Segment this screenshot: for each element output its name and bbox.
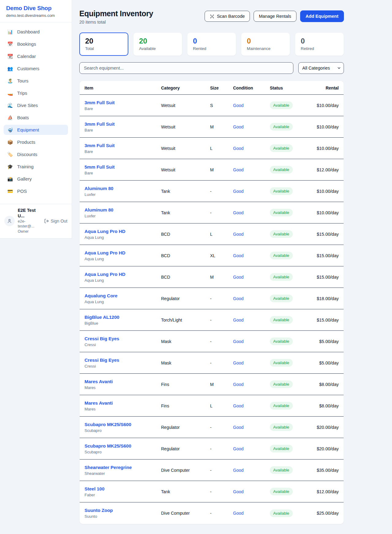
sidebar-item-dive-sites[interactable]: 🌊 Dive Sites	[4, 100, 68, 110]
status-badge: Available	[270, 359, 293, 367]
condition-link[interactable]: Good	[233, 511, 243, 516]
item-cell: 3mm Full Suit Bare	[85, 121, 161, 132]
stat-card-total[interactable]: 20 Total	[79, 32, 128, 56]
item-name-link[interactable]: 3mm Full Suit	[85, 143, 161, 148]
stat-card-retired[interactable]: 0 Retired	[295, 32, 344, 56]
nav-icon-pos: 💳	[7, 189, 13, 193]
item-name-link[interactable]: Cressi Big Eyes	[85, 336, 161, 341]
category-cell: Regulator	[161, 296, 210, 301]
sidebar-item-products[interactable]: 📦 Products	[4, 137, 68, 147]
page-header: Equipment Inventory 20 items total Scan …	[79, 9, 344, 25]
item-name-link[interactable]: Aqua Lung Pro HD	[85, 250, 161, 255]
category-select[interactable]: All Categories	[298, 62, 344, 74]
brand: Demo Dive Shop demo.test.divestreams.com	[0, 0, 72, 22]
item-name-link[interactable]: Cressi Big Eyes	[85, 357, 161, 363]
condition-link[interactable]: Good	[233, 468, 243, 473]
category-cell: Dive Computer	[161, 468, 210, 473]
item-cell: Aqua Lung Pro HD Aqua Lung	[85, 250, 161, 261]
sidebar-item-boats[interactable]: ⛵ Boats	[4, 113, 68, 123]
nav-label: Calendar	[17, 54, 36, 59]
item-cell: Shearwater Peregrine Shearwater	[85, 465, 161, 476]
condition-link[interactable]: Good	[233, 339, 243, 344]
sign-out-button[interactable]: Sign Out	[44, 219, 67, 223]
item-name-link[interactable]: Steel 100	[85, 486, 161, 491]
add-equipment-button[interactable]: Add Equipment	[300, 10, 344, 22]
condition-cell: Good	[233, 167, 270, 173]
condition-cell: Good	[233, 425, 270, 430]
item-name-link[interactable]: Aqua Lung Pro HD	[85, 272, 161, 277]
table-row: Steel 100 Faber Tank - Good Available $1…	[80, 481, 344, 502]
condition-link[interactable]: Good	[233, 103, 243, 108]
condition-link[interactable]: Good	[233, 253, 243, 258]
condition-link[interactable]: Good	[233, 146, 243, 151]
category-cell: Mask	[161, 339, 210, 344]
item-name-link[interactable]: 3mm Full Suit	[85, 121, 161, 127]
rental-cell: $10.00/day	[313, 146, 339, 151]
stat-value: 0	[247, 37, 284, 45]
condition-link[interactable]: Good	[233, 124, 243, 129]
condition-link[interactable]: Good	[233, 296, 243, 301]
nav-icon-training: 🎓	[7, 164, 13, 169]
person-icon	[7, 218, 12, 224]
rental-cell: $35.00/day	[313, 468, 339, 473]
table-row: 3mm Full Suit Bare Wetsuit L Good Availa…	[80, 138, 344, 159]
size-cell: S	[210, 103, 233, 108]
condition-cell: Good	[233, 317, 270, 323]
item-name-link[interactable]: 5mm Full Suit	[85, 164, 161, 170]
condition-link[interactable]: Good	[233, 318, 243, 322]
sidebar-item-gallery[interactable]: 📸 Gallery	[4, 174, 68, 184]
item-name-link[interactable]: Scubapro MK25/S600	[85, 443, 161, 448]
item-name-link[interactable]: Scubapro MK25/S600	[85, 422, 161, 427]
condition-link[interactable]: Good	[233, 382, 243, 387]
rental-cell: $15.00/day	[313, 253, 339, 258]
sidebar-item-discounts[interactable]: 🏷️ Discounts	[4, 149, 68, 159]
status-badge: Available	[270, 144, 293, 152]
condition-link[interactable]: Good	[233, 489, 243, 494]
sidebar-item-training[interactable]: 🎓 Training	[4, 162, 68, 172]
item-name-link[interactable]: Mares Avanti	[85, 379, 161, 384]
sidebar-item-pos[interactable]: 💳 POS	[4, 186, 68, 196]
item-name-link[interactable]: Suunto Zoop	[85, 508, 161, 513]
scan-barcode-button[interactable]: Scan Barcode	[205, 11, 250, 22]
nav-label: POS	[17, 189, 27, 194]
item-brand: Luxfer	[85, 214, 161, 218]
condition-link[interactable]: Good	[233, 360, 243, 365]
item-name-link[interactable]: Aqua Lung Pro HD	[85, 229, 161, 234]
item-name-link[interactable]: Aluminum 80	[85, 186, 161, 191]
condition-cell: Good	[233, 510, 270, 516]
condition-link[interactable]: Good	[233, 425, 243, 430]
sidebar-item-calendar[interactable]: 📆 Calendar	[4, 51, 68, 61]
item-name-link[interactable]: Aluminum 80	[85, 207, 161, 212]
sidebar-item-equipment[interactable]: 🤿 Equipment	[4, 125, 68, 135]
sidebar-item-customers[interactable]: 👥 Customers	[4, 63, 68, 74]
condition-link[interactable]: Good	[233, 210, 243, 215]
item-name-link[interactable]: Aqualung Core	[85, 293, 161, 298]
condition-link[interactable]: Good	[233, 403, 243, 408]
sidebar-item-tours[interactable]: 🏝️ Tours	[4, 76, 68, 86]
sidebar-item-dashboard[interactable]: 📊 Dashboard	[4, 27, 68, 37]
nav-label: Training	[17, 164, 34, 169]
condition-link[interactable]: Good	[233, 275, 243, 280]
stat-card-rented[interactable]: 0 Rented	[187, 32, 236, 56]
sidebar-item-bookings[interactable]: 📅 Bookings	[4, 39, 68, 49]
item-brand: Bare	[85, 106, 161, 111]
item-name-link[interactable]: Mares Avanti	[85, 400, 161, 406]
stat-card-maintenance[interactable]: 0 Maintenance	[241, 32, 290, 56]
status-badge: Available	[270, 187, 293, 195]
add-equipment-label: Add Equipment	[306, 14, 338, 19]
brand-name[interactable]: Demo Dive Shop	[6, 5, 66, 12]
condition-link[interactable]: Good	[233, 446, 243, 451]
condition-link[interactable]: Good	[233, 232, 243, 237]
stat-card-available[interactable]: 20 Available	[133, 32, 182, 56]
condition-link[interactable]: Good	[233, 189, 243, 194]
status-badge: Available	[270, 445, 293, 452]
condition-link[interactable]: Good	[233, 167, 243, 172]
search-input[interactable]	[79, 62, 293, 74]
item-name-link[interactable]: Shearwater Peregrine	[85, 465, 161, 470]
equipment-table: Item Category Size Condition Status Rent…	[79, 81, 344, 524]
sidebar-item-trips[interactable]: 🚤 Trips	[4, 88, 68, 98]
item-name-link[interactable]: BigBlue AL1200	[85, 315, 161, 320]
manage-rentals-button[interactable]: Manage Rentals	[254, 11, 296, 22]
table-row: Cressi Big Eyes Cressi Mask - Good Avail…	[80, 352, 344, 374]
item-name-link[interactable]: 3mm Full Suit	[85, 100, 161, 105]
